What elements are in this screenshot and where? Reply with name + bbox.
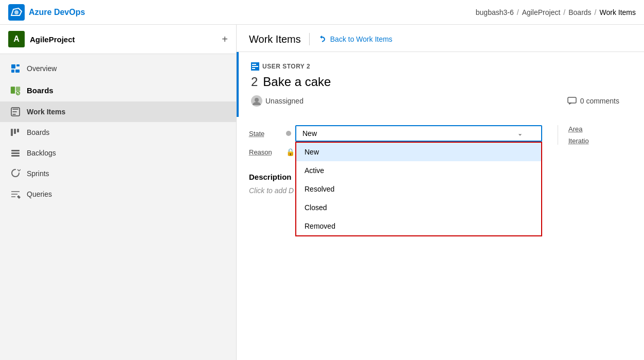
project-avatar: A	[8, 31, 25, 47]
project-name: AgileProject	[30, 35, 217, 44]
state-dropdown-value: New	[302, 129, 317, 138]
breadcrumb-sep-1: /	[563, 8, 565, 16]
add-button[interactable]: +	[222, 34, 228, 44]
svg-rect-4	[11, 70, 14, 73]
user-story-type-icon	[251, 62, 259, 71]
queries-icon	[10, 189, 21, 199]
state-option-resolved[interactable]: Resolved	[296, 180, 541, 198]
breadcrumb: bugbash3-6 / AgileProject / Boards / Wor…	[476, 8, 636, 16]
reason-value: 🔒	[286, 148, 295, 156]
backlogs-icon	[10, 148, 21, 158]
svg-point-1	[14, 10, 19, 14]
state-value-container: New ⌄ New Active Resolved Closed Removed	[286, 125, 558, 142]
project-header: A AgileProject +	[0, 25, 236, 54]
iteration-label[interactable]: Iteratio	[568, 137, 609, 145]
work-item-name[interactable]: Bake a cake	[263, 75, 331, 89]
svg-rect-11	[14, 129, 16, 134]
svg-rect-15	[11, 155, 20, 157]
svg-point-24	[255, 98, 259, 102]
svg-rect-21	[252, 64, 256, 65]
svg-rect-14	[11, 152, 20, 154]
comments-info[interactable]: 0 comments	[567, 96, 632, 106]
app-name: Azure DevOps	[29, 8, 85, 17]
boards-icon	[10, 127, 21, 138]
assignee-info[interactable]: Unassigned	[251, 95, 303, 107]
sidebar-nav: Overview Boards	[0, 54, 236, 209]
state-dropdown[interactable]: New ⌄	[295, 125, 542, 142]
svg-rect-25	[568, 97, 576, 103]
state-label: State	[249, 130, 280, 138]
state-dropdown-menu: New Active Resolved Closed Removed	[295, 142, 542, 236]
sidebar-item-sprints[interactable]: Sprints	[0, 163, 236, 184]
reason-label: Reason	[249, 148, 280, 156]
main-layout: A AgileProject + Overview	[0, 25, 644, 360]
sidebar-item-boards-nav-label: Boards	[27, 128, 49, 136]
svg-rect-23	[252, 68, 255, 69]
state-option-removed[interactable]: Removed	[296, 217, 541, 235]
work-item-top: USER STORY 2 2 Bake a cake Un	[237, 52, 644, 117]
state-field-row: State New ⌄ New	[249, 125, 558, 142]
fields-section: State New ⌄ New	[237, 117, 644, 164]
state-option-new[interactable]: New	[296, 143, 541, 161]
area-label[interactable]: Area	[568, 125, 609, 133]
breadcrumb-sep-2: /	[595, 8, 597, 16]
work-items-icon	[10, 107, 21, 117]
topbar: Azure DevOps bugbash3-6 / AgileProject /…	[0, 0, 644, 25]
work-item-id: 2	[251, 75, 258, 89]
svg-marker-19	[17, 195, 21, 199]
sidebar-item-boards-section[interactable]: Boards	[0, 79, 236, 101]
sidebar-item-work-items[interactable]: Work Items	[0, 101, 236, 122]
comments-count: 0 comments	[580, 97, 619, 105]
sprints-icon	[10, 168, 21, 179]
back-to-work-items-button[interactable]: Back to Work Items	[318, 35, 392, 44]
sidebar-item-overview-label: Overview	[27, 64, 57, 73]
sidebar-item-boards-label: Boards	[27, 86, 53, 95]
breadcrumb-item-3: Work Items	[599, 8, 636, 16]
boards-section-icon	[10, 85, 21, 95]
sidebar: A AgileProject + Overview	[0, 25, 237, 360]
work-item-type-label: USER STORY 2	[262, 63, 310, 70]
left-fields: State New ⌄ New	[249, 125, 558, 156]
app-logo[interactable]: Azure DevOps	[8, 4, 85, 21]
sidebar-item-overview[interactable]: Overview	[0, 58, 236, 79]
svg-rect-3	[16, 64, 20, 66]
work-item-meta: Unassigned 0 comments	[251, 95, 632, 107]
state-option-active[interactable]: Active	[296, 161, 541, 180]
state-dropdown-container: New ⌄ New Active Resolved Closed Removed	[295, 125, 542, 142]
right-fields: Area Iteratio	[558, 125, 609, 145]
chevron-down-icon: ⌄	[517, 130, 523, 137]
back-button-label: Back to Work Items	[330, 35, 392, 43]
content-header: Work Items Back to Work Items	[237, 25, 644, 52]
svg-rect-10	[11, 129, 13, 136]
sidebar-item-work-items-label: Work Items	[27, 108, 65, 116]
state-option-closed[interactable]: Closed	[296, 198, 541, 217]
work-item-body: USER STORY 2 2 Bake a cake Un	[237, 52, 644, 360]
sidebar-item-sprints-label: Sprints	[27, 169, 49, 178]
sidebar-item-backlogs-label: Backlogs	[27, 149, 56, 157]
breadcrumb-sep-0: /	[517, 8, 519, 16]
svg-rect-22	[252, 66, 258, 67]
work-item-title-row: 2 Bake a cake	[251, 75, 632, 89]
content-title: Work Items	[249, 33, 301, 45]
assignee-label: Unassigned	[265, 97, 303, 105]
back-icon	[318, 35, 327, 44]
lock-icon: 🔒	[286, 148, 295, 156]
sidebar-item-boards[interactable]: Boards	[0, 122, 236, 143]
assignee-avatar	[251, 95, 262, 107]
breadcrumb-item-0[interactable]: bugbash3-6	[476, 8, 514, 16]
comments-icon	[567, 96, 577, 106]
sidebar-item-queries-label: Queries	[27, 190, 52, 198]
azure-devops-logo-icon	[8, 4, 25, 21]
sidebar-item-queries[interactable]: Queries	[0, 184, 236, 204]
svg-rect-5	[15, 70, 20, 73]
svg-rect-13	[11, 150, 20, 151]
svg-rect-12	[17, 129, 19, 132]
svg-rect-2	[11, 64, 15, 68]
breadcrumb-item-1[interactable]: AgileProject	[522, 8, 561, 16]
state-indicator-dot	[286, 131, 291, 136]
breadcrumb-item-2[interactable]: Boards	[568, 8, 591, 16]
content-area: Work Items Back to Work Items U	[237, 25, 644, 360]
overview-icon	[10, 63, 21, 74]
sidebar-item-backlogs[interactable]: Backlogs	[0, 143, 236, 163]
state-and-area-row: State New ⌄ New	[249, 125, 632, 156]
